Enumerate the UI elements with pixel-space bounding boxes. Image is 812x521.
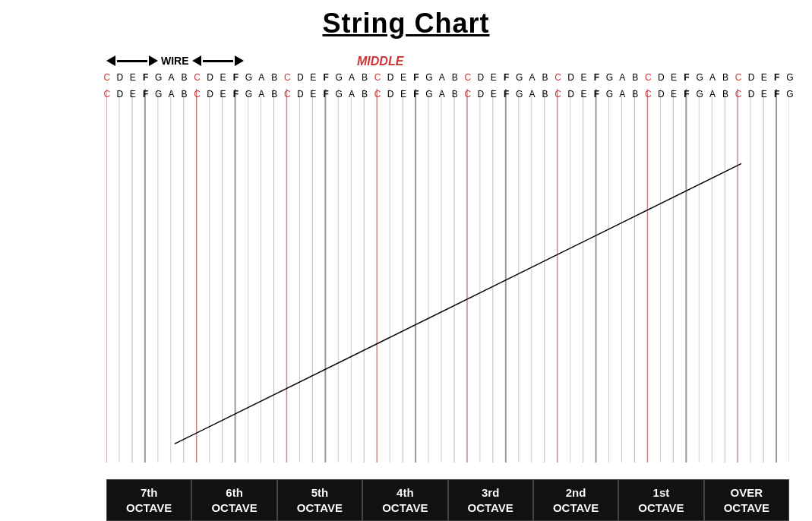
chart-area: CDEFGABCDEFGABCDEFGABCDEFGABCDEFGABCDEFG… — [106, 72, 789, 479]
octave-bot-7: OCTAVE — [724, 500, 769, 516]
octave-top-4: 3rd — [482, 485, 499, 500]
octave-top-2: 5th — [311, 485, 329, 500]
octave-top-3: 4th — [397, 485, 414, 500]
arrow-left-icon — [106, 55, 115, 66]
strings-area — [106, 89, 789, 463]
arrow-right-icon — [149, 55, 158, 66]
octave-top-7: OVER — [731, 485, 763, 500]
octave-bar: 7thOCTAVE6thOCTAVE5thOCTAVE4thOCTAVE3rdO… — [106, 479, 789, 521]
octave-bot-6: OCTAVE — [638, 500, 684, 516]
arrow-left2-icon — [192, 55, 201, 66]
bottom-notes: CDEFGABCDEFGABCDEFGABCDEFGABCDEFGABCDEFG… — [106, 89, 789, 106]
strings-svg — [106, 89, 789, 463]
octave-top-1: 6th — [226, 485, 243, 500]
octave-top-0: 7th — [141, 485, 158, 500]
wire-text: WIRE — [161, 55, 189, 67]
octave-bot-1: OCTAVE — [211, 500, 257, 516]
octave-cell-4: 3rdOCTAVE — [448, 479, 533, 521]
wire-arrows2 — [192, 55, 244, 66]
octave-bot-0: OCTAVE — [126, 500, 172, 516]
wire-arrows — [106, 55, 158, 66]
octave-cell-6: 1stOCTAVE — [618, 479, 703, 521]
page-title: String Chart — [0, 0, 812, 44]
octave-cell-7: OVEROCTAVE — [704, 479, 789, 521]
octave-top-5: 2nd — [566, 485, 586, 500]
octave-cell-0: 7thOCTAVE — [106, 479, 191, 521]
arrow-right2-icon — [235, 55, 244, 66]
octave-cell-1: 6thOCTAVE — [191, 479, 276, 521]
top-notes: CDEFGABCDEFGABCDEFGABCDEFGABCDEFGABCDEFG… — [106, 72, 789, 89]
octave-cell-5: 2ndOCTAVE — [533, 479, 618, 521]
arrow-line — [117, 60, 147, 62]
octave-bot-3: OCTAVE — [382, 500, 428, 516]
main-container: String Chart WIRE MIDDLE CDEFGABCDEFGABC… — [0, 0, 812, 521]
octave-bot-2: OCTAVE — [297, 500, 343, 516]
octave-cell-2: 5thOCTAVE — [277, 479, 362, 521]
octave-top-6: 1st — [653, 485, 670, 500]
octave-bot-5: OCTAVE — [553, 500, 599, 516]
arrow-line2 — [203, 60, 233, 62]
svg-line-54 — [175, 163, 741, 444]
octave-cell-3: 4thOCTAVE — [362, 479, 447, 521]
wire-label: WIRE — [106, 55, 244, 67]
middle-label: MIDDLE — [357, 55, 403, 68]
octave-bot-4: OCTAVE — [468, 500, 513, 516]
